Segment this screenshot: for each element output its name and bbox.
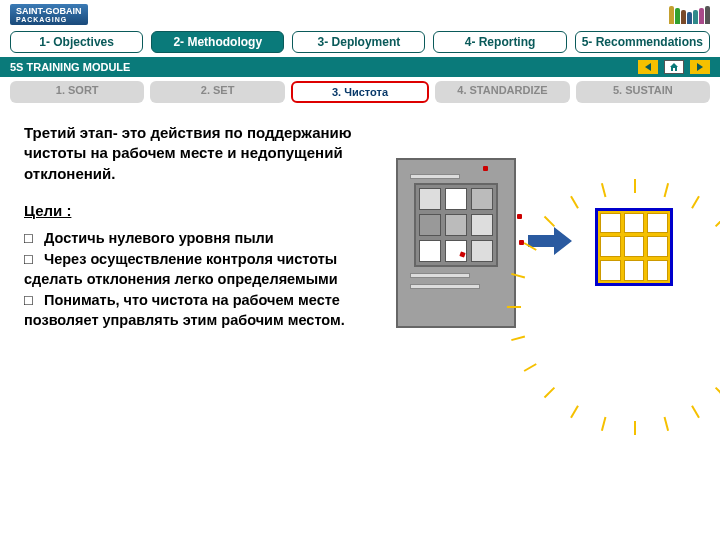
svg-marker-0 bbox=[645, 63, 651, 71]
brand-sub: PACKAGING bbox=[16, 16, 82, 23]
nav1-tab-3[interactable]: 4- Reporting bbox=[433, 31, 566, 53]
module-title: 5S TRAINING MODULE bbox=[10, 61, 130, 73]
module-band: 5S TRAINING MODULE bbox=[0, 57, 720, 77]
nav2-tab-1[interactable]: 2. SET bbox=[150, 81, 284, 103]
goal-item: □Достичь нулевого уровня пыли bbox=[24, 229, 376, 249]
nav-secondary: 1. SORT2. SET3. Чистота4. STANDARDIZE5. … bbox=[0, 77, 720, 107]
svg-marker-1 bbox=[670, 63, 678, 71]
svg-marker-2 bbox=[697, 63, 703, 71]
illustration bbox=[396, 153, 696, 333]
nav2-tab-4[interactable]: 5. SUSTAIN bbox=[576, 81, 710, 103]
brand-name: SAINT-GOBAIN bbox=[16, 6, 82, 16]
nav2-tab-2[interactable]: 3. Чистота bbox=[291, 81, 429, 103]
goals-list: □Достичь нулевого уровня пыли□Через осущ… bbox=[24, 229, 376, 331]
nav1-tab-2[interactable]: 3- Deployment bbox=[292, 31, 425, 53]
prev-button[interactable] bbox=[638, 60, 658, 74]
nav1-tab-4[interactable]: 5- Recommendations bbox=[575, 31, 710, 53]
nav1-tab-1[interactable]: 2- Methodology bbox=[151, 31, 284, 53]
nav-primary: 1- Objectives2- Methodology3- Deployment… bbox=[0, 29, 720, 55]
bottles-decor bbox=[669, 6, 710, 24]
nav2-tab-0[interactable]: 1. SORT bbox=[10, 81, 144, 103]
arrow-icon bbox=[528, 227, 572, 259]
next-button[interactable] bbox=[690, 60, 710, 74]
nav2-tab-3[interactable]: 4. STANDARDIZE bbox=[435, 81, 569, 103]
clean-grid-graphic bbox=[584, 193, 684, 293]
goal-item: □Через осуществление контроля чистоты сд… bbox=[24, 250, 376, 289]
goals-heading: Цели : bbox=[24, 202, 376, 219]
intro-text: Третий этап- это действия по поддержанию… bbox=[24, 123, 376, 184]
nav1-tab-0[interactable]: 1- Objectives bbox=[10, 31, 143, 53]
dirty-cabinet-graphic bbox=[396, 158, 516, 328]
home-button[interactable] bbox=[664, 60, 684, 74]
goal-item: □Понимать, что чистота на рабочем месте … bbox=[24, 291, 376, 330]
brand-logo: SAINT-GOBAIN PACKAGING bbox=[10, 4, 88, 25]
